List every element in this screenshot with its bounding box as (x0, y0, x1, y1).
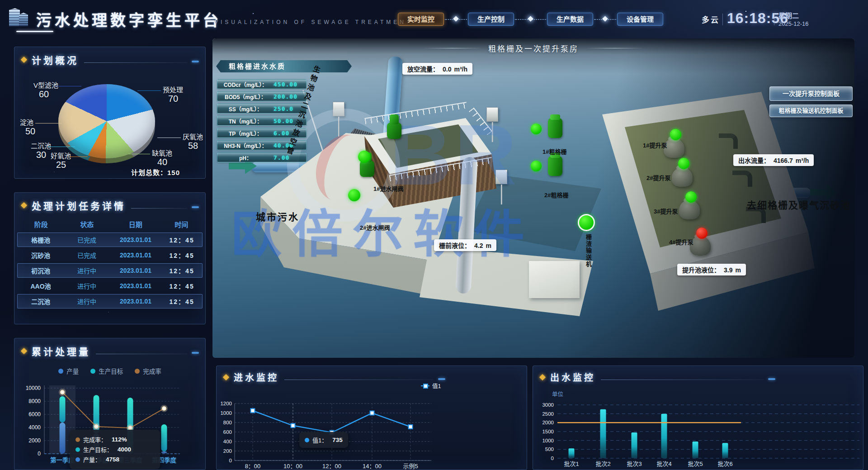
blowdown-flow-label: 放空流量：0.0m³/h (402, 63, 472, 75)
pie-label: V型滤池60 (33, 81, 58, 100)
pie-leader-line (48, 147, 75, 147)
water-quality-row: CODcr（mg/L）：450.00 (217, 79, 307, 89)
svg-text:800: 800 (223, 420, 232, 425)
divider (131, 208, 187, 209)
panel-title-row: 累计处理量 (14, 338, 205, 358)
table-row: 格栅池已完成2023.01.0112：45 (17, 233, 203, 247)
grid-level-label: 栅前液位：4.2m (434, 239, 496, 251)
status-dot-pump-4 (696, 228, 708, 239)
scene-title-row: 粗格栅及一次提升泵房 (212, 43, 854, 54)
weather-status: 多云 (702, 14, 720, 25)
svg-text:批次2: 批次2 (595, 461, 610, 467)
pump-label: 4#提升泵 (669, 237, 693, 246)
svg-text:示例5: 示例5 (403, 463, 418, 470)
chart-tooltip: 值1：735 (299, 432, 348, 448)
panel-task-detail: 处理计划任务详情 阶段状态日期时间 格栅池已完成2023.01.0112：45沉… (14, 192, 206, 324)
legend-label: 值1 (432, 381, 441, 390)
svg-text:1000: 1000 (220, 410, 232, 416)
chart-legend[interactable]: 值1 (421, 381, 441, 390)
svg-text:0: 0 (229, 458, 232, 463)
watermark-logo-letters: BR (390, 105, 519, 204)
panel-outflow-monitor: 出水监控 单位 050010001500200025003000批次1批次2批次… (533, 366, 863, 470)
outflow-bar-chart[interactable]: 050010001500200025003000批次1批次2批次3批次4批次5批… (533, 366, 864, 470)
app-logo-building-icon (8, 6, 31, 27)
line-series-icon (421, 385, 429, 386)
pie-leader-line (70, 157, 88, 157)
grate-conveyor-control-panel-button[interactable]: 粗格栅及输送机控制面板 (769, 104, 853, 117)
nav-connector-dot (528, 16, 533, 22)
nav-tab-realtime-monitor[interactable]: 实时监控 (398, 13, 444, 26)
pie-leader-line (137, 90, 161, 91)
svg-text:2000: 2000 (28, 437, 41, 444)
header: 污水处理数字孪生平台 VISUALIZATION OF SEWAGE TREAT… (0, 0, 868, 34)
column-header: 阶段 (18, 219, 64, 229)
svg-text:1500: 1500 (542, 429, 554, 434)
svg-text:2000: 2000 (542, 420, 554, 425)
pump-control-panel-button[interactable]: 一次提升泵控制面板 (769, 86, 853, 101)
table-header: 阶段状态日期时间 (18, 219, 202, 229)
pump-label: 3#提升泵 (654, 207, 678, 215)
svg-text:500: 500 (545, 446, 554, 452)
table-body: 格栅池已完成2023.01.0112：45沉砂池已完成2023.01.0112：… (17, 233, 203, 309)
water-quality-row: SS（mg/L）：250.0 (217, 104, 307, 114)
table-row: 二沉池进行中2023.01.0112：45 (17, 294, 203, 309)
page-subtitle: VISUALIZATION OF SEWAGE TREATMEN (214, 19, 406, 25)
pie-label: 二沉池30 (31, 142, 51, 160)
pump-2[interactable] (672, 168, 693, 187)
weekday: 星期二 (778, 12, 809, 20)
grate-motor-2 (548, 156, 562, 176)
panel-plan-overview: 计划概况 预处理70厌氧池58缺氧池40好氧池25二沉池30淀池50V型滤池60… (14, 47, 206, 179)
panel-title: 处理计划任务详情 (32, 199, 126, 212)
outflow-target-label: 去细格栅及曝气沉砂池 (747, 198, 851, 211)
diamond-icon (21, 202, 27, 209)
status-dot-pump-1 (670, 129, 681, 140)
inlet-valve-1[interactable] (385, 114, 403, 141)
pie-leader-line (55, 86, 81, 86)
table-row: AAO池进行中2023.01.0112：45 (17, 279, 203, 293)
divider (585, 48, 644, 48)
status-dot-valve1 (358, 151, 370, 163)
legend-item[interactable]: 完成率 (135, 366, 161, 375)
scene-3d-view[interactable]: 1#提升泵2#提升泵3#提升泵4#提升泵 BR 欧倍尔软件 粗格栅及一次提升泵房… (212, 38, 854, 358)
status-dot-pump-3 (685, 191, 697, 203)
plan-pie-chart[interactable]: 预处理70厌氧池58缺氧池40好氧池25二沉池30淀池50V型滤池60 (14, 47, 205, 178)
conveyor-label: 栅渣输送机 (584, 234, 593, 268)
nav-tab-production-data[interactable]: 生产数据 (547, 13, 593, 26)
svg-text:批次5: 批次5 (688, 461, 703, 467)
column-header: 时间 (161, 219, 202, 229)
pump-label: 2#提升泵 (646, 173, 670, 182)
status-dot-conveyor (578, 214, 595, 231)
svg-text:400: 400 (223, 439, 232, 444)
pump-3[interactable] (679, 200, 700, 219)
pie-label: 厌氧池58 (183, 133, 203, 151)
svg-text:0: 0 (38, 451, 41, 457)
nav-tab-device-management[interactable]: 设备管理 (617, 13, 663, 26)
svg-text:8000: 8000 (28, 398, 41, 404)
legend-item[interactable]: 生产目标 (90, 366, 123, 375)
grate2-label: 2#粗格栅 (544, 190, 568, 199)
page-title: 污水处理数字孪生平台 (36, 8, 222, 30)
svg-text:200: 200 (223, 448, 232, 454)
pump-label: 1#提升泵 (643, 141, 667, 149)
nav-tab-production-control[interactable]: 生产控制 (468, 13, 514, 26)
legend-item[interactable]: 产量 (58, 366, 79, 375)
pie-leader-line (128, 154, 150, 154)
pie-face[interactable] (58, 84, 155, 158)
svg-text:批次1: 批次1 (564, 461, 579, 467)
chart-legend[interactable]: 产量生产目标完成率 (14, 366, 205, 375)
water-quality-row: BOD5（mg/L）：200.00 (217, 91, 307, 101)
inflow-source-label: 城市污水 (256, 209, 299, 223)
status-dot-pump-2 (678, 158, 689, 169)
panel-cumulative: 累计处理量 产量生产目标完成率 0200040006000800010000第一… (14, 338, 206, 470)
status-dot-grate2 (531, 161, 542, 171)
svg-text:10：00: 10：00 (283, 463, 302, 470)
pie-label: 缺氧池40 (152, 149, 172, 167)
svg-text:6000: 6000 (28, 411, 41, 418)
water-quality-header: 粗格栅进水水质 (216, 60, 352, 72)
inflow-line-chart[interactable]: 0200400600800100012008：0010：0012：0014：00… (217, 366, 528, 470)
svg-text:3000: 3000 (542, 402, 554, 408)
pool-pipe (732, 171, 752, 187)
pie-label: 好氧池25 (51, 152, 71, 170)
column-header: 日期 (110, 219, 161, 229)
column-header: 状态 (64, 219, 110, 229)
